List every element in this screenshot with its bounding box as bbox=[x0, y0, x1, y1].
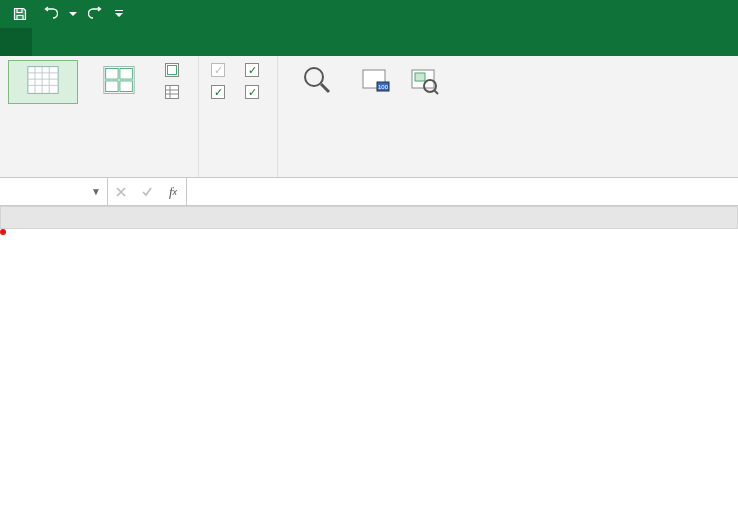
headings-checkbox[interactable]: ✓ bbox=[245, 85, 259, 99]
select-all-corner[interactable] bbox=[1, 207, 738, 229]
tab-insert[interactable] bbox=[60, 28, 88, 56]
normal-view-icon bbox=[27, 64, 59, 96]
svg-rect-24 bbox=[415, 73, 425, 81]
svg-line-19 bbox=[321, 84, 329, 92]
zoom-100-icon: 100 bbox=[360, 64, 392, 96]
svg-line-26 bbox=[434, 90, 438, 94]
group-zoom-label bbox=[286, 171, 444, 175]
formula-bar-row: ▼ fx bbox=[0, 178, 738, 206]
spreadsheet[interactable] bbox=[0, 206, 738, 229]
svg-rect-7 bbox=[104, 67, 134, 94]
gridlines-checkbox-row[interactable]: ✓ bbox=[207, 82, 235, 102]
save-button[interactable] bbox=[6, 2, 34, 26]
view-page-break-button[interactable] bbox=[84, 60, 154, 104]
group-views-label bbox=[8, 171, 190, 175]
svg-point-18 bbox=[305, 68, 323, 86]
view-custom-views-button[interactable] bbox=[160, 82, 190, 102]
tab-review[interactable] bbox=[172, 28, 200, 56]
page-break-view-icon bbox=[103, 64, 135, 96]
svg-text:100: 100 bbox=[378, 84, 389, 90]
redo-button[interactable] bbox=[82, 2, 110, 26]
group-zoom: 100 bbox=[278, 56, 452, 177]
formula-bar-buttons: fx bbox=[108, 178, 187, 205]
tab-formulas[interactable] bbox=[116, 28, 144, 56]
quick-access-toolbar bbox=[6, 2, 126, 26]
insert-function-button[interactable]: fx bbox=[160, 178, 186, 205]
cancel-formula-button[interactable] bbox=[108, 178, 134, 205]
zoom-selection-icon bbox=[408, 64, 440, 96]
headings-checkbox-row[interactable]: ✓ bbox=[241, 82, 269, 102]
formula-bar-checkbox-row[interactable]: ✓ bbox=[241, 60, 269, 80]
tab-data[interactable] bbox=[144, 28, 172, 56]
svg-rect-0 bbox=[28, 67, 58, 94]
group-show-label bbox=[207, 171, 269, 175]
ruler-checkbox: ✓ bbox=[211, 63, 225, 77]
zoom-to-selection-button[interactable] bbox=[404, 60, 444, 104]
ribbon: ✓ ✓ ✓ ✓ bbox=[0, 56, 738, 178]
undo-button[interactable] bbox=[36, 2, 64, 26]
view-normal-button[interactable] bbox=[8, 60, 78, 104]
zoom-button[interactable] bbox=[286, 60, 348, 104]
ruler-checkbox-row: ✓ bbox=[207, 60, 235, 80]
undo-dropdown[interactable] bbox=[66, 2, 80, 26]
gridlines-checkbox[interactable]: ✓ bbox=[211, 85, 225, 99]
grid-table bbox=[0, 206, 738, 229]
highlight-annotation bbox=[0, 229, 6, 235]
tab-page-layout[interactable] bbox=[88, 28, 116, 56]
group-show: ✓ ✓ ✓ ✓ bbox=[199, 56, 278, 177]
tab-file[interactable] bbox=[0, 28, 32, 56]
name-box-input[interactable] bbox=[6, 184, 78, 199]
name-box-dropdown-icon[interactable]: ▼ bbox=[91, 186, 101, 197]
custom-views-icon bbox=[164, 84, 180, 100]
title-bar bbox=[0, 0, 738, 28]
formula-bar-checkbox[interactable]: ✓ bbox=[245, 63, 259, 77]
view-page-layout-button[interactable] bbox=[160, 60, 190, 80]
group-workbook-views bbox=[0, 56, 199, 177]
formula-input[interactable] bbox=[187, 178, 738, 205]
zoom-icon bbox=[301, 64, 333, 96]
zoom-100-button[interactable]: 100 bbox=[354, 60, 398, 104]
tab-home[interactable] bbox=[32, 28, 60, 56]
name-box[interactable]: ▼ bbox=[0, 178, 108, 205]
page-layout-icon bbox=[164, 62, 180, 78]
svg-rect-14 bbox=[166, 86, 179, 99]
enter-formula-button[interactable] bbox=[134, 178, 160, 205]
qat-customize-dropdown[interactable] bbox=[112, 2, 126, 26]
ribbon-tabs bbox=[0, 28, 738, 56]
